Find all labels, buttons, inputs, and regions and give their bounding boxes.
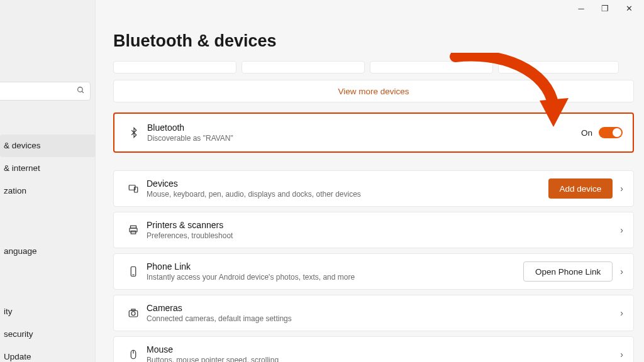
card-title: Cameras <box>147 303 613 313</box>
view-more-label: View more devices <box>338 87 409 96</box>
phone-icon <box>124 266 143 277</box>
sidebar-item-label: ity <box>4 307 13 316</box>
chevron-right-icon: › <box>620 184 623 194</box>
settings-sidebar: & devices & internet zation anguage ity … <box>0 0 96 362</box>
device-tile[interactable] <box>498 61 619 74</box>
sidebar-item-network-internet[interactable]: & internet <box>0 157 96 180</box>
mouse-card[interactable]: Mouse Buttons, mouse pointer speed, scro… <box>113 336 634 362</box>
bluetooth-toggle-label: On <box>581 128 592 138</box>
card-subtitle: Connected cameras, default image setting… <box>147 314 613 323</box>
sidebar-item-label: anguage <box>4 246 37 256</box>
sidebar-item-accessibility[interactable]: ity <box>0 300 96 323</box>
printer-icon <box>124 224 143 236</box>
svg-rect-11 <box>131 309 135 310</box>
sidebar-item-label: & devices <box>4 141 41 150</box>
toggle-knob <box>613 128 621 137</box>
card-title: Phone Link <box>147 261 523 272</box>
cameras-card[interactable]: Cameras Connected cameras, default image… <box>113 295 634 331</box>
card-subtitle: Mouse, keyboard, pen, audio, displays an… <box>147 190 548 199</box>
sidebar-item-label: Update <box>4 352 31 361</box>
sidebar-item-personalization[interactable]: zation <box>0 180 96 202</box>
sidebar-nav: & devices & internet zation anguage ity … <box>0 134 96 362</box>
search-icon <box>77 86 85 96</box>
bluetooth-icon <box>125 127 143 138</box>
bluetooth-subtitle: Discoverable as "RAVAN" <box>147 134 581 143</box>
sidebar-item-privacy-security[interactable]: security <box>0 323 96 346</box>
bluetooth-toggle[interactable] <box>599 127 623 138</box>
open-phone-link-button[interactable]: Open Phone Link <box>523 261 613 282</box>
chevron-right-icon: › <box>620 266 623 277</box>
card-title: Devices <box>147 178 548 189</box>
add-device-button[interactable]: Add device <box>548 178 613 199</box>
sidebar-item-label: & internet <box>4 163 40 173</box>
main-content: Bluetooth & devices View more devices Bl… <box>113 0 644 362</box>
page-title: Bluetooth & devices <box>113 31 644 51</box>
devices-icon <box>124 183 143 194</box>
sidebar-item-time-language[interactable]: anguage <box>0 240 96 263</box>
devices-card[interactable]: Devices Mouse, keyboard, pen, audio, dis… <box>113 170 634 207</box>
button-label: Open Phone Link <box>535 267 601 277</box>
device-tiles-row <box>113 61 644 74</box>
svg-line-1 <box>82 91 84 93</box>
svg-point-10 <box>131 312 135 315</box>
button-label: Add device <box>560 184 602 194</box>
printers-card[interactable]: Printers & scanners Preferences, trouble… <box>113 212 634 248</box>
sidebar-item-label: security <box>4 329 33 339</box>
view-more-devices-button[interactable]: View more devices <box>113 80 634 102</box>
mouse-icon <box>124 349 143 360</box>
camera-icon <box>124 307 143 319</box>
card-title: Printers & scanners <box>147 220 613 230</box>
bluetooth-title: Bluetooth <box>147 123 581 133</box>
card-subtitle: Buttons, mouse pointer speed, scrolling <box>147 356 613 362</box>
sidebar-item-windows-update[interactable]: Update <box>0 346 96 362</box>
chevron-right-icon: › <box>620 308 623 318</box>
svg-rect-6 <box>131 231 136 234</box>
bluetooth-card: Bluetooth Discoverable as "RAVAN" On <box>113 112 634 153</box>
card-subtitle: Preferences, troubleshoot <box>147 231 613 240</box>
card-title: Mouse <box>147 344 613 354</box>
search-input[interactable] <box>0 82 91 101</box>
svg-point-0 <box>78 87 83 92</box>
device-tile[interactable] <box>113 61 236 74</box>
sidebar-item-label: zation <box>4 186 26 195</box>
device-tile[interactable] <box>242 61 365 74</box>
device-tile[interactable] <box>370 61 493 74</box>
card-subtitle: Instantly access your Android device's p… <box>147 273 523 282</box>
phone-link-card[interactable]: Phone Link Instantly access your Android… <box>113 253 634 290</box>
sidebar-item-bluetooth-devices[interactable]: & devices <box>0 134 96 157</box>
chevron-right-icon: › <box>620 349 623 359</box>
chevron-right-icon: › <box>620 225 623 235</box>
